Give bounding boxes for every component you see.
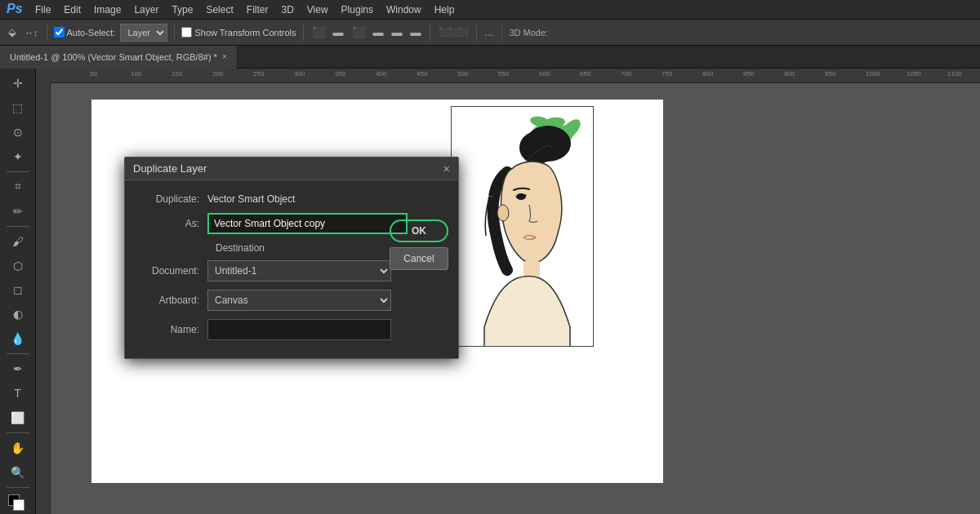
eyedropper-tool[interactable]: ✏ [5, 200, 31, 223]
ruler-mark-750: 750 [662, 70, 672, 78]
document-select[interactable]: Untitled-1 [207, 260, 391, 281]
distribute-icons: ⬛⬛⬛ [437, 26, 470, 38]
app-logo: Ps [7, 2, 23, 18]
shape-tool[interactable]: ⬜ [5, 406, 31, 429]
more-options-icon[interactable]: ... [483, 24, 496, 40]
tool-sep-2 [7, 226, 29, 227]
menu-file[interactable]: File [29, 2, 56, 17]
layer-name-input[interactable] [207, 213, 408, 234]
menu-edit[interactable]: Edit [58, 2, 87, 17]
menu-bar: Ps File Edit Image Layer Type Select Fil… [0, 0, 980, 20]
toolbar-separator-4 [430, 24, 430, 41]
toolbar: ⬙ ↔↕ Auto-Select: Layer Show Transform C… [0, 20, 980, 46]
auto-select-checkbox[interactable] [54, 27, 65, 38]
main-area: ✛ ⬚ ⊙ ✦ ⌗ ✏ 🖌 ⬡ ◻ ◐ 💧 ✒ T ⬜ ✋ 🔍 [0, 69, 980, 514]
document-tab-title: Untitled-1 @ 100% (Vector Smart Object, … [10, 52, 217, 62]
as-label: As: [138, 218, 207, 229]
name-label: Name: [138, 324, 207, 335]
tools-panel: ✛ ⬚ ⊙ ✦ ⌗ ✏ 🖌 ⬡ ◻ ◐ 💧 ✒ T ⬜ ✋ 🔍 [0, 69, 36, 514]
menu-image[interactable]: Image [88, 2, 127, 17]
select-tool[interactable]: ⬚ [5, 96, 31, 119]
ruler-mark-250: 250 [253, 70, 264, 78]
ok-button[interactable]: OK [390, 219, 448, 242]
tool-sep-5 [7, 487, 29, 488]
dialog-title-bar: Duplicate Layer × [125, 157, 458, 180]
layer-select[interactable]: Layer [120, 24, 167, 42]
clone-tool[interactable]: ⬡ [5, 255, 31, 277]
svg-point-8 [497, 205, 509, 221]
ruler-mark-400: 400 [376, 70, 386, 78]
move-tool-icon: ⬙ [7, 24, 18, 40]
align-right-icon[interactable]: ⬛ [350, 24, 367, 40]
menu-window[interactable]: Window [381, 2, 427, 17]
foreground-bg-colors[interactable] [5, 491, 31, 514]
menu-filter[interactable]: Filter [241, 2, 274, 17]
toolbar-separator-6 [501, 24, 502, 41]
artboard-select[interactable]: Canvas [207, 290, 391, 311]
document-label: Document: [138, 265, 207, 277]
ruler-mark-650: 650 [580, 70, 590, 78]
ruler-mark-850: 850 [743, 70, 754, 78]
ruler-mark-800: 800 [702, 70, 713, 78]
artboard-row: Artboard: Canvas [138, 290, 445, 311]
zoom-tool[interactable]: 🔍 [5, 461, 31, 484]
show-transform-label[interactable]: Show Transform Controls [181, 27, 296, 38]
menu-3d[interactable]: 3D [275, 2, 299, 17]
align-bottom-icon[interactable]: ▬ [409, 24, 423, 40]
show-transform-checkbox[interactable] [181, 27, 192, 38]
lasso-tool[interactable]: ⊙ [5, 121, 31, 144]
menu-view[interactable]: View [301, 2, 334, 17]
vertical-ruler [36, 83, 51, 514]
duplicate-row: Duplicate: Vector Smart Object [138, 193, 445, 205]
artboard-name-input[interactable] [207, 319, 391, 340]
dialog-body: Duplicate: Vector Smart Object As: Desti… [125, 180, 458, 358]
duplicate-label: Duplicate: [138, 193, 207, 205]
menu-help[interactable]: Help [429, 2, 461, 17]
brush-tool[interactable]: 🖌 [5, 230, 31, 253]
duplicate-value: Vector Smart Object [207, 193, 295, 205]
svg-point-9 [516, 193, 526, 200]
align-middle-icon[interactable]: ▬ [390, 24, 404, 40]
portrait-container [451, 106, 594, 347]
artboard-label: Artboard: [138, 295, 207, 306]
crop-tool[interactable]: ⌗ [5, 175, 31, 198]
horizontal-ruler: 50 100 150 200 250 300 350 400 450 500 5… [51, 69, 980, 83]
menu-type[interactable]: Type [166, 2, 198, 17]
cancel-button[interactable]: Cancel [390, 247, 448, 270]
eraser-tool[interactable]: ◻ [5, 279, 31, 302]
magic-wand-tool[interactable]: ✦ [5, 145, 31, 168]
auto-select-label[interactable]: Auto-Select: [54, 27, 116, 38]
gradient-tool[interactable]: ◐ [5, 303, 31, 326]
tool-sep-1 [7, 171, 29, 172]
canvas-container[interactable]: Duplicate Layer × Duplicate: Vector Smar… [51, 83, 980, 514]
menu-select[interactable]: Select [200, 2, 238, 17]
move-arrows-icon: ↔↕ [23, 26, 40, 39]
ruler-mark-200: 200 [212, 70, 223, 78]
toolbar-separator-1 [47, 24, 47, 41]
ruler-corner [36, 69, 51, 83]
ruler-mark-50: 50 [90, 70, 97, 78]
dialog-title: Duplicate Layer [133, 162, 207, 175]
blur-tool[interactable]: 💧 [5, 327, 31, 350]
hand-tool[interactable]: ✋ [5, 436, 31, 459]
move-tool[interactable]: ✛ [5, 72, 31, 95]
ruler-mark-300: 300 [294, 70, 305, 78]
menu-layer[interactable]: Layer [128, 2, 164, 17]
tab-close-icon[interactable]: × [222, 52, 227, 61]
align-left-icon[interactable]: ⬛ [310, 24, 327, 40]
ruler-mark-100: 100 [131, 70, 141, 78]
dialog-close-button[interactable]: × [443, 162, 450, 175]
toolbar-separator-3 [303, 24, 304, 41]
align-center-icon[interactable]: ▬ [332, 24, 345, 40]
pen-tool[interactable]: ✒ [5, 357, 31, 380]
text-tool[interactable]: T [5, 382, 31, 405]
document-tab[interactable]: Untitled-1 @ 100% (Vector Smart Object, … [0, 46, 238, 69]
name-row: Name: [138, 319, 445, 340]
ruler-mark-900: 900 [784, 70, 795, 78]
ruler-mark-150: 150 [172, 70, 182, 78]
ruler-mark-1100: 1100 [947, 70, 962, 78]
canvas-area: 50 100 150 200 250 300 350 400 450 500 5… [36, 69, 980, 514]
menu-plugins[interactable]: Plugins [336, 2, 379, 17]
align-top-icon[interactable]: ▬ [372, 24, 385, 40]
dialog-buttons: OK Cancel [390, 219, 448, 270]
